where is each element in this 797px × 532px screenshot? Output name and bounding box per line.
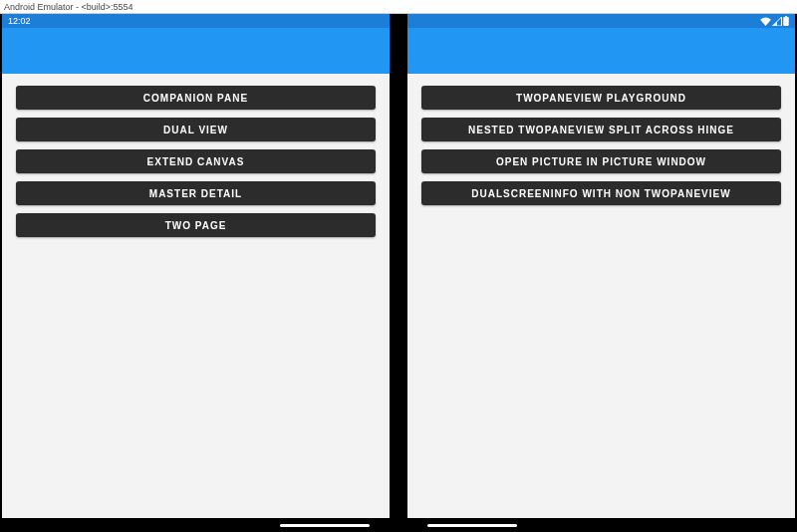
- hinge: [390, 14, 407, 532]
- dual-view-button[interactable]: DUAL VIEW: [16, 118, 376, 141]
- window-title-bar: Android Emulator - <build>:5554: [0, 0, 797, 14]
- picture-in-picture-button[interactable]: OPEN PICTURE IN PICTURE WINDOW: [421, 149, 781, 173]
- master-detail-button[interactable]: MASTER DETAIL: [16, 181, 376, 205]
- wifi-icon: [760, 17, 771, 26]
- nav-bar-left: [2, 518, 390, 532]
- companion-pane-button[interactable]: COMPANION PANE: [16, 86, 376, 110]
- battery-icon: [783, 16, 789, 26]
- app-bar-right: [407, 28, 795, 74]
- window-title: Android Emulator - <build>:5554: [4, 2, 133, 12]
- two-page-button[interactable]: TWO PAGE: [16, 213, 376, 237]
- button-label: TWO PAGE: [165, 220, 227, 231]
- left-screen: 12:02 COMPANION PANE DUAL VIEW EXTEND CA…: [0, 14, 390, 532]
- right-screen: TWOPANEVIEW PLAYGROUND NESTED TWOPANEVIE…: [407, 14, 797, 532]
- svg-rect-0: [783, 17, 788, 26]
- button-label: MASTER DETAIL: [149, 188, 242, 199]
- status-icons: [760, 16, 789, 26]
- button-label: DUALSCREENINFO WITH NON TWOPANEVIEW: [471, 188, 730, 199]
- button-label: OPEN PICTURE IN PICTURE WINDOW: [496, 156, 706, 167]
- nav-indicator-icon[interactable]: [427, 524, 517, 527]
- button-label: DUAL VIEW: [163, 125, 228, 135]
- button-label: COMPANION PANE: [143, 93, 248, 104]
- button-label: EXTEND CANVAS: [147, 156, 245, 167]
- button-label: TWOPANEVIEW PLAYGROUND: [516, 93, 686, 104]
- signal-icon: [772, 17, 782, 26]
- status-time: 12:02: [8, 16, 31, 26]
- nav-indicator-icon[interactable]: [280, 524, 370, 527]
- nested-twopaneview-button[interactable]: NESTED TWOPANEVIEW SPLIT ACROSS HINGE: [421, 118, 781, 141]
- extend-canvas-button[interactable]: EXTEND CANVAS: [16, 149, 376, 173]
- dualscreeninfo-button[interactable]: DUALSCREENINFO WITH NON TWOPANEVIEW: [421, 181, 781, 205]
- device-frame: 12:02 COMPANION PANE DUAL VIEW EXTEND CA…: [0, 14, 797, 532]
- button-label: NESTED TWOPANEVIEW SPLIT ACROSS HINGE: [468, 125, 734, 135]
- app-bar-left: [2, 28, 390, 74]
- left-content: COMPANION PANE DUAL VIEW EXTEND CANVAS M…: [2, 74, 390, 518]
- right-content: TWOPANEVIEW PLAYGROUND NESTED TWOPANEVIE…: [407, 74, 795, 518]
- status-bar-right: [407, 14, 795, 28]
- twopaneview-playground-button[interactable]: TWOPANEVIEW PLAYGROUND: [421, 86, 781, 110]
- svg-rect-1: [785, 16, 787, 17]
- nav-bar-right: [407, 518, 795, 532]
- status-bar-left: 12:02: [2, 14, 390, 28]
